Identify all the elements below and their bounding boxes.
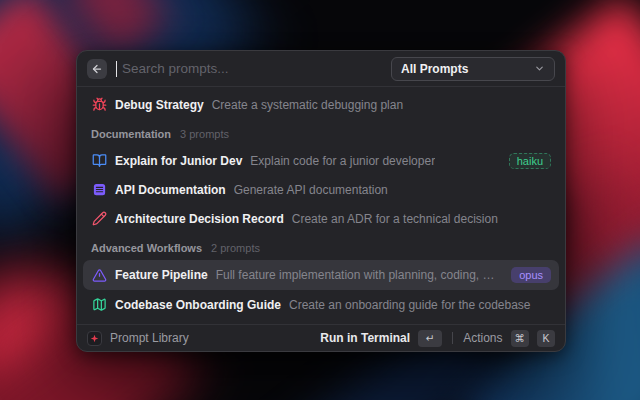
arrow-left-icon bbox=[91, 63, 103, 75]
prompt-title: Architecture Decision Record bbox=[115, 212, 284, 226]
list-item-api-documentation[interactable]: API Documentation Generate API documenta… bbox=[83, 175, 559, 204]
search-bar: All Prompts bbox=[77, 51, 565, 87]
filter-dropdown[interactable]: All Prompts bbox=[391, 57, 555, 81]
k-key-badge: K bbox=[537, 330, 555, 347]
prompt-library-window: All Prompts Debug Strategy Create a syst… bbox=[76, 50, 566, 352]
section-count: 3 prompts bbox=[180, 128, 229, 140]
prompt-title: Debug Strategy bbox=[115, 98, 204, 112]
prompt-subtitle: Create a systematic debugging plan bbox=[212, 98, 403, 112]
app-name: Prompt Library bbox=[110, 331, 189, 345]
pencil-icon bbox=[91, 211, 107, 227]
list-item-feature-pipeline[interactable]: Feature Pipeline Full feature implementa… bbox=[83, 260, 559, 290]
text-cursor bbox=[116, 61, 117, 77]
prompt-title: API Documentation bbox=[115, 183, 226, 197]
back-button[interactable] bbox=[87, 59, 107, 79]
prompt-subtitle: Generate API documentation bbox=[234, 183, 388, 197]
run-in-terminal-action[interactable]: Run in Terminal bbox=[320, 331, 410, 345]
filter-dropdown-value: All Prompts bbox=[401, 62, 468, 76]
actions-menu[interactable]: Actions bbox=[463, 331, 502, 345]
prompt-subtitle: Explain code for a junior developer bbox=[250, 154, 435, 168]
api-doc-icon bbox=[91, 182, 107, 198]
list-item-explain-junior-dev[interactable]: Explain for Junior Dev Explain code for … bbox=[83, 146, 559, 175]
prompt-subtitle: Create an ADR for a technical decision bbox=[292, 212, 498, 226]
status-bar: Prompt Library Run in Terminal ↵ Actions… bbox=[77, 324, 565, 351]
search-input[interactable] bbox=[122, 61, 382, 76]
section-header-advanced-workflows: Advanced Workflows 2 prompts bbox=[83, 233, 559, 260]
section-label: Documentation bbox=[91, 128, 171, 140]
prompt-title: Feature Pipeline bbox=[115, 268, 208, 282]
prompt-title: Codebase Onboarding Guide bbox=[115, 298, 281, 312]
prompt-subtitle: Full feature implementation with plannin… bbox=[216, 268, 495, 282]
section-header-documentation: Documentation 3 prompts bbox=[83, 119, 559, 146]
enter-key-badge: ↵ bbox=[418, 330, 442, 347]
prompt-title: Explain for Junior Dev bbox=[115, 154, 242, 168]
model-badge-opus: opus bbox=[511, 267, 551, 283]
list-item-debug-strategy[interactable]: Debug Strategy Create a systematic debug… bbox=[83, 90, 559, 119]
app-logo-icon bbox=[87, 331, 102, 346]
book-open-icon bbox=[91, 153, 107, 169]
model-badge-haiku: haiku bbox=[509, 153, 551, 169]
bug-icon bbox=[91, 97, 107, 113]
prompt-subtitle: Create an onboarding guide for the codeb… bbox=[289, 298, 531, 312]
command-key-badge: ⌘ bbox=[511, 330, 530, 347]
section-label: Advanced Workflows bbox=[91, 242, 202, 254]
list-item-architecture-decision-record[interactable]: Architecture Decision Record Create an A… bbox=[83, 204, 559, 233]
prompt-list: Debug Strategy Create a systematic debug… bbox=[77, 87, 565, 324]
list-item-codebase-onboarding-guide[interactable]: Codebase Onboarding Guide Create an onbo… bbox=[83, 290, 559, 319]
triangle-icon bbox=[91, 267, 107, 283]
map-icon bbox=[91, 297, 107, 313]
chevron-down-icon bbox=[534, 63, 545, 74]
footer-divider bbox=[452, 332, 453, 344]
section-count: 2 prompts bbox=[211, 242, 260, 254]
